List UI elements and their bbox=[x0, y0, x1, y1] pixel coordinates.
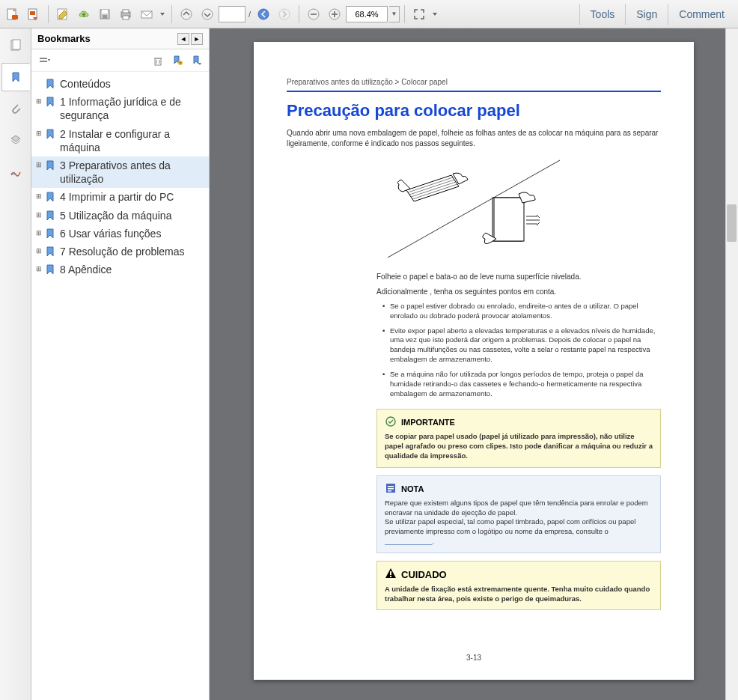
bookmarks-tab-icon[interactable] bbox=[1, 63, 30, 91]
page-number: 3-13 bbox=[254, 654, 694, 662]
svg-rect-23 bbox=[13, 40, 20, 49]
page-down-icon[interactable] bbox=[198, 4, 217, 24]
bookmark-icon bbox=[45, 79, 55, 89]
svg-rect-40 bbox=[388, 490, 391, 492]
signatures-tab-icon[interactable] bbox=[1, 157, 30, 186]
bookmark-label: Conteúdos bbox=[60, 77, 204, 91]
body-line-2: Adicionalmente , tenha os seguintes pont… bbox=[376, 287, 661, 297]
expand-bookmark-icon[interactable] bbox=[189, 53, 204, 68]
bookmark-item[interactable]: ⊞8 Apêndice bbox=[31, 261, 209, 279]
bookmarks-title: Bookmarks bbox=[37, 33, 176, 44]
prev-view-icon[interactable] bbox=[254, 4, 273, 24]
nota-link[interactable]: ____________ bbox=[385, 537, 432, 545]
zoom-in-icon[interactable] bbox=[325, 4, 344, 24]
nota-box: NOTA Repare que existem alguns tipos de … bbox=[376, 475, 661, 553]
document-area[interactable]: Preparativos antes da utilização > Coloc… bbox=[210, 28, 738, 700]
email-dropdown-icon[interactable] bbox=[158, 4, 167, 24]
svg-rect-42 bbox=[390, 576, 391, 577]
bookmark-label: 2 Instalar e configurar a máquina bbox=[60, 127, 204, 154]
cuidado-title: CUIDADO bbox=[401, 569, 447, 580]
bookmarks-list: Conteúdos⊞1 Informação jurídica e de seg… bbox=[31, 72, 209, 700]
scrollbar-thumb[interactable] bbox=[727, 204, 737, 242]
email-icon[interactable] bbox=[137, 4, 156, 24]
expand-icon[interactable]: ⊞ bbox=[36, 227, 43, 237]
page-breadcrumb: Preparativos antes da utilização > Coloc… bbox=[287, 78, 661, 86]
zoom-dropdown-icon[interactable]: ▼ bbox=[389, 6, 400, 22]
zoom-out-icon[interactable] bbox=[304, 4, 323, 24]
export-pdf-icon[interactable] bbox=[24, 4, 43, 24]
svg-rect-11 bbox=[123, 16, 129, 19]
sign-tab[interactable]: Sign bbox=[625, 4, 668, 25]
bookmark-item[interactable]: ⊞3 Preparativos antes da utilização bbox=[31, 156, 209, 188]
bookmark-item[interactable]: ⊞6 Usar várias funções bbox=[31, 225, 209, 243]
bookmark-icon bbox=[45, 129, 55, 139]
bookmark-label: 8 Apêndice bbox=[60, 263, 204, 276]
nota-title: NOTA bbox=[401, 484, 424, 493]
bookmark-item[interactable]: Conteúdos bbox=[31, 75, 209, 93]
attachments-tab-icon[interactable] bbox=[1, 94, 30, 123]
bookmark-label: 5 Utilização da máquina bbox=[60, 209, 204, 222]
vertical-scrollbar[interactable] bbox=[725, 28, 738, 700]
page-number-input[interactable] bbox=[219, 6, 246, 22]
bookmark-icon bbox=[45, 246, 55, 257]
svg-point-14 bbox=[202, 9, 213, 19]
bullet-item: Se a máquina não for utilizada por longo… bbox=[382, 370, 661, 398]
pdf-page: Preparativos antes da utilização > Coloc… bbox=[254, 42, 694, 680]
nota-body-1: Repare que existem alguns tipos de papel… bbox=[385, 499, 653, 518]
bookmarks-options-icon[interactable] bbox=[36, 52, 52, 69]
bookmark-icon bbox=[45, 264, 55, 275]
fit-window-icon[interactable] bbox=[409, 4, 429, 24]
comment-tab[interactable]: Comment bbox=[668, 4, 735, 25]
bookmark-item[interactable]: ⊞4 Imprimir a partir do PC bbox=[31, 188, 209, 206]
thumbnails-tab-icon[interactable] bbox=[1, 31, 30, 60]
expand-icon[interactable]: ⊞ bbox=[36, 209, 43, 219]
vertical-tabs bbox=[0, 28, 31, 700]
bookmark-item[interactable]: ⊞1 Informação jurídica e de segurança bbox=[31, 93, 209, 124]
svg-rect-41 bbox=[390, 571, 391, 575]
expand-icon[interactable]: ⊞ bbox=[36, 127, 43, 137]
expand-icon[interactable]: ⊞ bbox=[36, 263, 43, 273]
bookmarks-prev-icon[interactable]: ◄ bbox=[177, 33, 189, 45]
nota-body-2: Se utilizar papel especial, tal como pap… bbox=[385, 517, 635, 535]
warning-icon bbox=[385, 567, 397, 582]
bookmark-label: 6 Usar várias funções bbox=[60, 227, 204, 240]
cloud-icon[interactable] bbox=[74, 4, 94, 24]
check-icon bbox=[385, 416, 397, 429]
layers-tab-icon[interactable] bbox=[1, 126, 30, 154]
expand-icon[interactable]: ⊞ bbox=[36, 190, 43, 200]
save-icon[interactable] bbox=[95, 4, 115, 24]
print-icon[interactable] bbox=[116, 4, 135, 24]
next-view-icon[interactable] bbox=[275, 4, 294, 24]
bullet-item: Se o papel estiver dobrado ou enrolado, … bbox=[382, 302, 661, 321]
bullet-item: Evite expor papel aberto a elevadas temp… bbox=[382, 326, 661, 365]
svg-rect-10 bbox=[123, 10, 129, 13]
bookmark-item[interactable]: ⊞7 Resolução de problemas bbox=[31, 243, 209, 261]
bullets-list: Se o papel estiver dobrado ou enrolado, … bbox=[382, 302, 661, 398]
new-bookmark-icon[interactable] bbox=[170, 53, 185, 68]
svg-rect-38 bbox=[388, 486, 394, 487]
tools-tab[interactable]: Tools bbox=[579, 4, 626, 25]
svg-rect-2 bbox=[12, 15, 18, 19]
edit-icon[interactable] bbox=[53, 4, 73, 24]
svg-point-16 bbox=[279, 9, 290, 19]
importante-box: IMPORTANTE Se copiar para papel usado (p… bbox=[376, 409, 661, 467]
bookmarks-next-icon[interactable]: ► bbox=[191, 33, 203, 45]
create-pdf-icon[interactable] bbox=[3, 4, 22, 24]
svg-rect-35 bbox=[494, 198, 524, 241]
delete-bookmark-icon[interactable] bbox=[150, 53, 165, 68]
svg-rect-26 bbox=[155, 58, 161, 65]
bookmark-item[interactable]: ⊞5 Utilização da máquina bbox=[31, 207, 209, 225]
svg-rect-8 bbox=[103, 15, 107, 19]
bookmarks-panel: Bookmarks ◄ ► Conteúdos⊞1 Informação jur… bbox=[31, 28, 210, 700]
expand-icon[interactable]: ⊞ bbox=[36, 159, 43, 168]
bookmark-label: 7 Resolução de problemas bbox=[60, 245, 204, 258]
expand-icon[interactable]: ⊞ bbox=[36, 245, 43, 255]
bookmark-item[interactable]: ⊞2 Instalar e configurar a máquina bbox=[31, 125, 209, 156]
expand-icon[interactable]: ⊞ bbox=[36, 95, 43, 105]
cuidado-body: A unidade de fixação está extremamente q… bbox=[385, 585, 653, 604]
bookmark-label: 3 Preparativos antes da utilização bbox=[60, 159, 204, 186]
svg-point-13 bbox=[181, 9, 192, 19]
zoom-input[interactable] bbox=[346, 6, 388, 22]
page-up-icon[interactable] bbox=[177, 4, 196, 24]
fit-dropdown-icon[interactable] bbox=[430, 4, 439, 24]
